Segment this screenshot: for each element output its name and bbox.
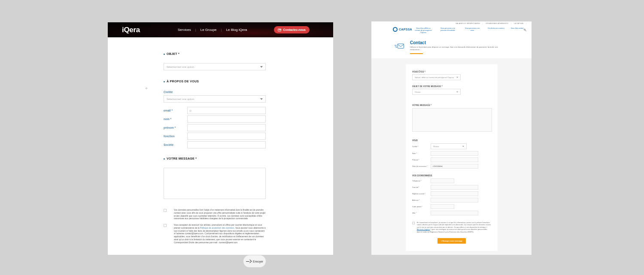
section-vous: VOUS (412, 139, 491, 142)
iqera-panel: iQera Services | Le Groupe | Le Blog iQe… (108, 22, 333, 255)
toplink-salaries[interactable]: SALARIÉS ET BÉNÉFICIAIRES (456, 22, 480, 24)
capssa-logo-text: CAPSSA (399, 28, 412, 31)
prenom-field[interactable] (431, 157, 478, 162)
repeter-courriel-field[interactable] (431, 191, 478, 196)
toplink-lacapssa[interactable]: LA CAPSSA (514, 22, 523, 24)
email-field[interactable]: @ (187, 107, 266, 114)
capssa-panel: SALARIÉS ET BÉNÉFICIAIRES| ORGANISMES AD… (371, 21, 532, 255)
objet-select[interactable]: Sélectionnez une option. (164, 63, 266, 70)
nav-separator: | (221, 28, 222, 32)
objet-value: Choisir (415, 91, 420, 93)
label-adresse: Adresse * (412, 199, 431, 201)
iqera-form: OBJET * Sélectionnez une option. À PROPO… (164, 52, 266, 244)
consent2-checkbox[interactable] (164, 224, 167, 227)
label-objet: OBJET DE VOTRE MESSAGE * (412, 85, 491, 88)
nav-blog[interactable]: Le Blog iQera (226, 28, 247, 32)
vous-etes-value: Salarié, affilié au contrat de prévoyanc… (415, 76, 454, 79)
nav-affilie[interactable]: Vous êtes affilié au contrat de prévoyan… (414, 27, 432, 33)
label-civilite: Civilité * (412, 145, 431, 148)
iqera-logo[interactable]: iQera (122, 26, 140, 34)
label-nom: nom * (164, 118, 187, 121)
nav-groupe[interactable]: Le Groupe (200, 28, 217, 32)
label-fonction: fonction (164, 135, 187, 138)
bullet-icon (164, 158, 165, 160)
label-courriel: Courriel * (412, 186, 431, 188)
prenom-field[interactable] (187, 124, 266, 131)
label-email: email * (164, 109, 187, 112)
svg-rect-0 (398, 44, 404, 48)
objet-placeholder: Sélectionnez une option. (167, 66, 195, 68)
toplink-organismes[interactable]: ORGANISMES ADHÉRENTS (486, 22, 508, 24)
page-subtitle: Utilisez ce formulaire pour déposer un m… (410, 46, 504, 51)
capssa-form: VOUS ÊTES * Salarié, affilié au contrat … (406, 64, 498, 251)
nav-rente[interactable]: Vous percevez une rente (463, 27, 481, 33)
envelope-send-icon (394, 43, 405, 50)
vous-etes-select[interactable]: Salarié, affilié au contrat de prévoyanc… (412, 74, 461, 80)
search-icon[interactable] (524, 29, 526, 31)
accent-bar (410, 53, 423, 54)
telephone-field[interactable] (431, 178, 454, 183)
capssa-mainnav: Vous êtes affilié au contrat de prévoyan… (414, 27, 523, 33)
iqera-nav: Services | Le Groupe | Le Blog iQera (178, 28, 247, 32)
nom-field[interactable] (431, 151, 478, 156)
chevron-down-icon (462, 146, 464, 147)
label-vous-etes: VOUS ÊTES * (412, 71, 491, 73)
societe-field[interactable] (187, 141, 266, 148)
legal-text-1: Vos données personnelles font l'objet d'… (174, 209, 266, 220)
code-postal-field[interactable] (431, 204, 454, 209)
send-button[interactable]: Envoyer (243, 255, 266, 267)
label-civilite: Civilité (164, 91, 266, 94)
label-prenom: Prénom * (412, 159, 431, 161)
capssa-header: SALARIÉS ET BÉNÉFICIAIRES| ORGANISMES AD… (371, 21, 532, 34)
consent1-checkbox[interactable] (164, 209, 167, 212)
nav-pension[interactable]: Vous percevez une pension d'invalidité (439, 27, 457, 33)
chevron-down-icon (260, 98, 263, 100)
privacy-link[interactable]: Politique de protection des données (200, 227, 234, 229)
label-repeter-courriel: Répéter courriel * (412, 193, 431, 195)
adresse-field[interactable] (431, 198, 478, 202)
fonction-field[interactable] (187, 133, 266, 140)
consent-checkbox[interactable] (412, 222, 415, 224)
civilite-placeholder: Sélectionnez une option. (167, 98, 195, 100)
objet-select[interactable]: Choisir (412, 89, 461, 95)
message-textarea[interactable] (412, 108, 492, 132)
top-links: SALARIÉS ET BÉNÉFICIAIRES| ORGANISMES AD… (456, 22, 526, 24)
civilite-select[interactable]: Choisir (431, 143, 467, 149)
contact-us-label: Contactez-nous (283, 28, 306, 31)
ville-field[interactable] (431, 211, 478, 215)
section-apropos: À PROPOS DE VOUS (164, 80, 266, 83)
nav-deces[interactable]: Un décès est survenu (488, 27, 504, 33)
section-objet: OBJET * (164, 52, 266, 55)
capssa-logo[interactable]: CAPSSA (393, 27, 412, 32)
send-label: Envoyer (253, 260, 263, 263)
chevron-down-icon (456, 77, 458, 78)
nav-aidant[interactable]: Vous êtes aidant (511, 27, 524, 33)
label-ville: Ville * (412, 212, 431, 214)
message-textarea[interactable] (164, 168, 266, 199)
mail-icon (278, 29, 281, 31)
label-dob: Date de naissance * (412, 165, 431, 167)
send-message-button[interactable]: > Envoyer mon message (437, 238, 466, 244)
nav-services[interactable]: Services (178, 28, 191, 32)
civilite-select[interactable]: Sélectionnez une option. (164, 95, 266, 103)
chevron-down-icon (456, 91, 458, 93)
bullet-icon (164, 54, 165, 55)
nom-field[interactable] (187, 115, 266, 123)
mentions-legales-link[interactable]: Mentions Légales (417, 228, 430, 230)
iqera-header: iQera Services | Le Groupe | Le Blog iQe… (108, 22, 333, 37)
chevron-down-icon (260, 66, 263, 68)
section-coordonnees: VOS COORDONNÉES (412, 175, 491, 177)
legal-text-2: Vous acceptez de recevoir nos articles, … (174, 224, 266, 244)
courriel-field[interactable] (431, 185, 478, 190)
capssa-logo-icon (393, 27, 398, 32)
step-dot-icon (146, 88, 147, 89)
dob-field[interactable] (431, 164, 478, 169)
hero: Contact Utilisez ce formulaire pour dépo… (371, 34, 532, 58)
bullet-icon (164, 81, 165, 82)
nav-separator: | (195, 28, 196, 32)
section-message: VOTRE MESSAGE * (164, 157, 266, 160)
contact-us-button[interactable]: Contactez-nous (274, 26, 310, 33)
page-title: Contact (410, 40, 426, 45)
arrow-right-icon (248, 260, 252, 263)
label-societe: Société (164, 143, 187, 146)
